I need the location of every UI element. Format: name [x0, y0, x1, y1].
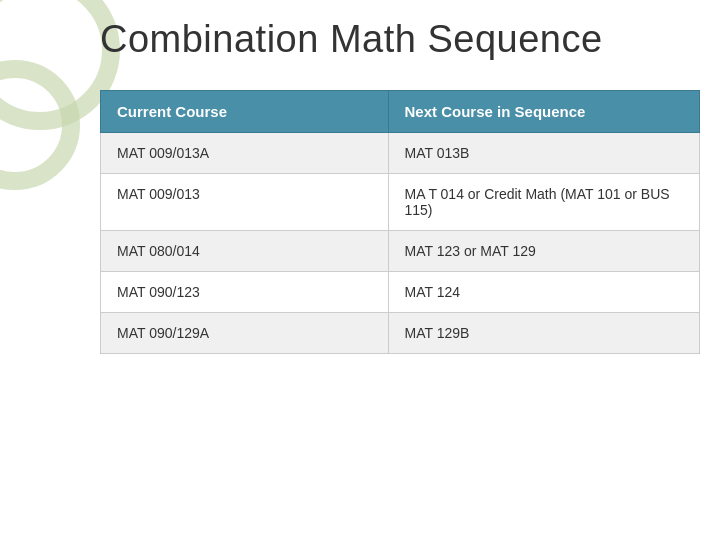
table-header-row: Current Course Next Course in Sequence: [101, 91, 700, 133]
cell-next-course: MA T 014 or Credit Math (MAT 101 or BUS …: [388, 174, 699, 231]
cell-next-course: MAT 124: [388, 272, 699, 313]
decorative-background: [0, 0, 80, 540]
cell-current-course: MAT 009/013: [101, 174, 389, 231]
table-row: MAT 090/123MAT 124: [101, 272, 700, 313]
table-row: MAT 090/129AMAT 129B: [101, 313, 700, 354]
circle-inner: [0, 60, 80, 190]
math-sequence-table: Current Course Next Course in Sequence M…: [100, 90, 700, 354]
cell-current-course: MAT 080/014: [101, 231, 389, 272]
header-current-course: Current Course: [101, 91, 389, 133]
cell-current-course: MAT 009/013A: [101, 133, 389, 174]
table-row: MAT 009/013MA T 014 or Credit Math (MAT …: [101, 174, 700, 231]
header-next-course: Next Course in Sequence: [388, 91, 699, 133]
table-container: Current Course Next Course in Sequence M…: [100, 90, 700, 520]
cell-next-course: MAT 013B: [388, 133, 699, 174]
cell-current-course: MAT 090/129A: [101, 313, 389, 354]
cell-next-course: MAT 123 or MAT 129: [388, 231, 699, 272]
page-title: Combination Math Sequence: [100, 18, 603, 61]
cell-current-course: MAT 090/123: [101, 272, 389, 313]
table-row: MAT 009/013AMAT 013B: [101, 133, 700, 174]
table-row: MAT 080/014MAT 123 or MAT 129: [101, 231, 700, 272]
cell-next-course: MAT 129B: [388, 313, 699, 354]
